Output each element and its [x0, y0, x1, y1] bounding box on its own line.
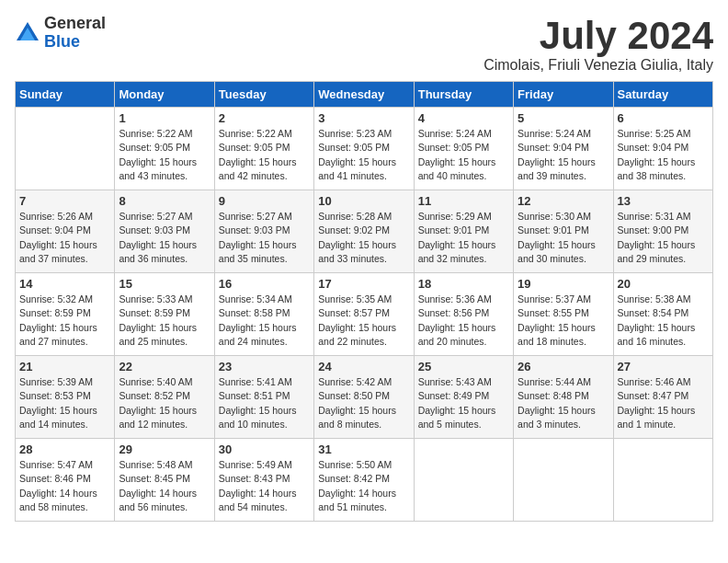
day-info: Sunrise: 5:24 AM Sunset: 9:04 PM Dayligh… — [518, 127, 609, 183]
day-info: Sunrise: 5:35 AM Sunset: 8:57 PM Dayligh… — [318, 293, 409, 349]
day-info: Sunrise: 5:25 AM Sunset: 9:04 PM Dayligh… — [618, 127, 709, 183]
week-row-1: 1Sunrise: 5:22 AM Sunset: 9:05 PM Daylig… — [16, 108, 713, 190]
week-row-5: 28Sunrise: 5:47 AM Sunset: 8:46 PM Dayli… — [16, 439, 713, 522]
calendar-cell: 29Sunrise: 5:48 AM Sunset: 8:45 PM Dayli… — [115, 439, 214, 522]
day-number: 18 — [418, 277, 509, 291]
day-info: Sunrise: 5:37 AM Sunset: 8:55 PM Dayligh… — [518, 293, 609, 349]
day-number: 6 — [618, 111, 709, 125]
calendar-cell: 4Sunrise: 5:24 AM Sunset: 9:05 PM Daylig… — [414, 108, 513, 190]
day-info: Sunrise: 5:48 AM Sunset: 8:45 PM Dayligh… — [119, 458, 210, 514]
calendar-cell: 24Sunrise: 5:42 AM Sunset: 8:50 PM Dayli… — [314, 356, 414, 439]
day-info: Sunrise: 5:41 AM Sunset: 8:51 PM Dayligh… — [219, 375, 310, 431]
day-info: Sunrise: 5:42 AM Sunset: 8:50 PM Dayligh… — [318, 375, 409, 431]
calendar-cell: 9Sunrise: 5:27 AM Sunset: 9:03 PM Daylig… — [214, 190, 313, 273]
calendar-cell: 7Sunrise: 5:26 AM Sunset: 9:04 PM Daylig… — [16, 190, 115, 273]
day-info: Sunrise: 5:49 AM Sunset: 8:43 PM Dayligh… — [219, 458, 310, 514]
header-tuesday: Tuesday — [214, 82, 313, 108]
logo: General Blue — [15, 15, 106, 52]
day-number: 2 — [219, 111, 310, 125]
day-number: 22 — [119, 360, 210, 373]
day-info: Sunrise: 5:36 AM Sunset: 8:56 PM Dayligh… — [418, 293, 509, 349]
calendar-cell: 27Sunrise: 5:46 AM Sunset: 8:47 PM Dayli… — [613, 356, 712, 439]
header-monday: Monday — [115, 82, 214, 108]
logo-general: General — [44, 15, 106, 33]
calendar-cell: 8Sunrise: 5:27 AM Sunset: 9:03 PM Daylig… — [115, 190, 214, 273]
logo-text: General Blue — [44, 15, 106, 52]
title-section: July 2024 Cimolais, Friuli Venezia Giuli… — [483, 15, 713, 74]
month-title: July 2024 — [483, 15, 713, 57]
calendar-cell: 21Sunrise: 5:39 AM Sunset: 8:53 PM Dayli… — [16, 356, 115, 439]
day-number: 19 — [518, 277, 609, 291]
day-number: 20 — [618, 277, 709, 291]
day-info: Sunrise: 5:23 AM Sunset: 9:05 PM Dayligh… — [318, 127, 409, 183]
calendar-cell — [613, 439, 712, 522]
day-info: Sunrise: 5:46 AM Sunset: 8:47 PM Dayligh… — [618, 375, 709, 431]
day-number: 7 — [19, 194, 110, 208]
logo-icon — [15, 20, 40, 46]
day-info: Sunrise: 5:31 AM Sunset: 9:00 PM Dayligh… — [618, 210, 709, 266]
day-number: 10 — [318, 194, 409, 208]
day-info: Sunrise: 5:47 AM Sunset: 8:46 PM Dayligh… — [19, 458, 110, 514]
logo-blue: Blue — [44, 33, 106, 52]
header-thursday: Thursday — [414, 82, 513, 108]
calendar-cell: 17Sunrise: 5:35 AM Sunset: 8:57 PM Dayli… — [314, 273, 414, 356]
day-number: 16 — [219, 277, 310, 291]
header-saturday: Saturday — [613, 82, 712, 108]
day-number: 26 — [518, 360, 609, 373]
day-number: 31 — [318, 442, 409, 456]
calendar-body: 1Sunrise: 5:22 AM Sunset: 9:05 PM Daylig… — [16, 108, 713, 522]
calendar-cell: 15Sunrise: 5:33 AM Sunset: 8:59 PM Dayli… — [115, 273, 214, 356]
header: General Blue July 2024 Cimolais, Friuli … — [15, 15, 713, 74]
day-number: 24 — [318, 360, 409, 373]
day-info: Sunrise: 5:27 AM Sunset: 9:03 PM Dayligh… — [219, 210, 310, 266]
day-info: Sunrise: 5:24 AM Sunset: 9:05 PM Dayligh… — [418, 127, 509, 183]
day-info: Sunrise: 5:40 AM Sunset: 8:52 PM Dayligh… — [119, 375, 210, 431]
calendar-cell: 30Sunrise: 5:49 AM Sunset: 8:43 PM Dayli… — [214, 439, 313, 522]
day-number: 17 — [318, 277, 409, 291]
day-number: 29 — [119, 442, 210, 456]
calendar-cell: 18Sunrise: 5:36 AM Sunset: 8:56 PM Dayli… — [414, 273, 513, 356]
calendar-table: SundayMondayTuesdayWednesdayThursdayFrid… — [15, 81, 713, 522]
day-number: 28 — [19, 442, 110, 456]
day-info: Sunrise: 5:30 AM Sunset: 9:01 PM Dayligh… — [518, 210, 609, 266]
day-info: Sunrise: 5:33 AM Sunset: 8:59 PM Dayligh… — [119, 293, 210, 349]
calendar-cell: 14Sunrise: 5:32 AM Sunset: 8:59 PM Dayli… — [16, 273, 115, 356]
day-number: 4 — [418, 111, 509, 125]
calendar-cell: 19Sunrise: 5:37 AM Sunset: 8:55 PM Dayli… — [514, 273, 613, 356]
week-row-2: 7Sunrise: 5:26 AM Sunset: 9:04 PM Daylig… — [16, 190, 713, 273]
day-info: Sunrise: 5:39 AM Sunset: 8:53 PM Dayligh… — [19, 375, 110, 431]
header-sunday: Sunday — [16, 82, 115, 108]
header-friday: Friday — [514, 82, 613, 108]
week-row-3: 14Sunrise: 5:32 AM Sunset: 8:59 PM Dayli… — [16, 273, 713, 356]
day-number: 12 — [518, 194, 609, 208]
calendar-cell: 25Sunrise: 5:43 AM Sunset: 8:49 PM Dayli… — [414, 356, 513, 439]
day-number: 23 — [219, 360, 310, 373]
day-number: 14 — [19, 277, 110, 291]
header-wednesday: Wednesday — [314, 82, 414, 108]
header-row: SundayMondayTuesdayWednesdayThursdayFrid… — [16, 82, 713, 108]
location-title: Cimolais, Friuli Venezia Giulia, Italy — [483, 57, 713, 74]
day-number: 21 — [19, 360, 110, 373]
day-info: Sunrise: 5:43 AM Sunset: 8:49 PM Dayligh… — [418, 375, 509, 431]
calendar-cell — [514, 439, 613, 522]
calendar-cell: 26Sunrise: 5:44 AM Sunset: 8:48 PM Dayli… — [514, 356, 613, 439]
calendar-header: SundayMondayTuesdayWednesdayThursdayFrid… — [16, 82, 713, 108]
day-info: Sunrise: 5:26 AM Sunset: 9:04 PM Dayligh… — [19, 210, 110, 266]
day-info: Sunrise: 5:44 AM Sunset: 8:48 PM Dayligh… — [518, 375, 609, 431]
day-number: 3 — [318, 111, 409, 125]
day-info: Sunrise: 5:32 AM Sunset: 8:59 PM Dayligh… — [19, 293, 110, 349]
day-info: Sunrise: 5:22 AM Sunset: 9:05 PM Dayligh… — [119, 127, 210, 183]
calendar-cell: 10Sunrise: 5:28 AM Sunset: 9:02 PM Dayli… — [314, 190, 414, 273]
calendar-cell — [16, 108, 115, 190]
day-number: 25 — [418, 360, 509, 373]
calendar-cell: 12Sunrise: 5:30 AM Sunset: 9:01 PM Dayli… — [514, 190, 613, 273]
day-number: 11 — [418, 194, 509, 208]
day-info: Sunrise: 5:29 AM Sunset: 9:01 PM Dayligh… — [418, 210, 509, 266]
day-number: 15 — [119, 277, 210, 291]
day-number: 30 — [219, 442, 310, 456]
calendar-cell: 16Sunrise: 5:34 AM Sunset: 8:58 PM Dayli… — [214, 273, 313, 356]
day-number: 1 — [119, 111, 210, 125]
day-number: 5 — [518, 111, 609, 125]
calendar-cell — [414, 439, 513, 522]
day-info: Sunrise: 5:38 AM Sunset: 8:54 PM Dayligh… — [618, 293, 709, 349]
